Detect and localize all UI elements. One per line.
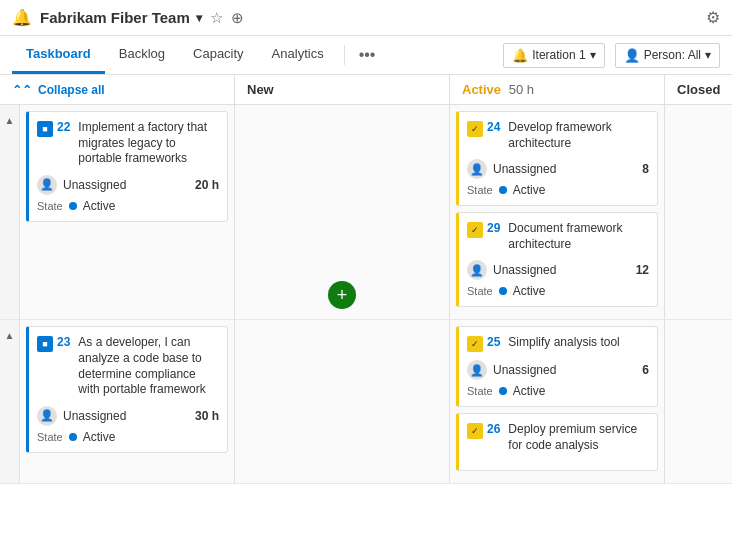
active-cell-2: ✓ 25 Simplify analysis tool 👤 Unassigned… [450, 320, 665, 482]
collapse-all-label[interactable]: Collapse all [38, 83, 105, 97]
state-dot [499, 287, 507, 295]
collapse-icon: ⌃⌃ [12, 83, 32, 97]
story-icon: ■ [37, 336, 53, 352]
assignee-label: Unassigned [493, 263, 556, 277]
card-hours: 30 h [195, 409, 219, 423]
new-cell-2 [235, 320, 450, 482]
toolbar-col: ⌃⌃ Collapse all [0, 75, 235, 104]
task-card-26[interactable]: ✓ 26 Deploy premium service for code ana… [456, 413, 658, 470]
iteration-chevron-icon: ▾ [590, 48, 596, 62]
state-text: Active [513, 384, 546, 398]
iteration-button[interactable]: 🔔 Iteration 1 ▾ [503, 43, 604, 68]
avatar: 👤 [467, 360, 487, 380]
new-cell-1: + [235, 105, 450, 319]
story-icon: ■ [37, 121, 53, 137]
avatar: 👤 [467, 159, 487, 179]
add-card-button-1[interactable]: + [328, 281, 356, 309]
state-label: State [37, 200, 63, 212]
top-bar: 🔔 Fabrikam Fiber Team ▾ ☆ ⊕ ⚙ [0, 0, 732, 36]
closed-cell-1 [665, 105, 732, 319]
card-count: 6 [642, 363, 649, 377]
row-toggle-1[interactable]: ▲ [0, 105, 20, 319]
card-id: 23 [57, 335, 70, 349]
story-card-23[interactable]: ■ 23 As a developer, I can analyze a cod… [26, 326, 228, 452]
card-id: 24 [487, 120, 500, 134]
nav-backlog[interactable]: Backlog [105, 36, 179, 74]
nav-divider [344, 45, 345, 65]
state-label: State [467, 285, 493, 297]
state-text: Active [513, 284, 546, 298]
nav-right: 🔔 Iteration 1 ▾ 👤 Person: All ▾ [503, 43, 720, 68]
assignee-label: Unassigned [493, 363, 556, 377]
person-add-icon[interactable]: ⊕ [231, 9, 244, 27]
team-icon: 🔔 [12, 8, 32, 27]
card-title: Document framework architecture [508, 221, 649, 252]
avatar: 👤 [37, 175, 57, 195]
settings-icon[interactable]: ⚙ [706, 8, 720, 27]
assignee-label: Unassigned [493, 162, 556, 176]
card-count: 12 [636, 263, 649, 277]
state-dot [499, 387, 507, 395]
task-icon: ✓ [467, 336, 483, 352]
card-title: Develop framework architecture [508, 120, 649, 151]
board-row: ▲ ■ 22 Implement a factory that migrates… [0, 105, 732, 320]
state-dot [499, 186, 507, 194]
star-icon[interactable]: ☆ [210, 9, 223, 27]
column-header-new: New [235, 75, 450, 104]
task-icon: ✓ [467, 423, 483, 439]
iteration-icon: 🔔 [512, 48, 528, 63]
task-icon: ✓ [467, 121, 483, 137]
card-title: Deploy premium service for code analysis [508, 422, 649, 453]
avatar: 👤 [37, 406, 57, 426]
board-rows-wrapper: ▲ ■ 22 Implement a factory that migrates… [0, 105, 732, 484]
story-cell-1: ■ 22 Implement a factory that migrates l… [20, 105, 235, 319]
state-text: Active [83, 199, 116, 213]
story-card-22[interactable]: ■ 22 Implement a factory that migrates l… [26, 111, 228, 222]
assignee-label: Unassigned [63, 409, 126, 423]
person-filter-icon: 👤 [624, 48, 640, 63]
state-dot [69, 433, 77, 441]
task-card-25[interactable]: ✓ 25 Simplify analysis tool 👤 Unassigned… [456, 326, 658, 407]
column-header-closed: Closed [665, 75, 732, 104]
column-header-active: Active 50 h [450, 75, 665, 104]
person-chevron-icon: ▾ [705, 48, 711, 62]
state-label: State [467, 184, 493, 196]
board-row-2: ▲ ■ 23 As a developer, I can analyze a c… [0, 320, 732, 483]
task-icon: ✓ [467, 222, 483, 238]
story-cell-2: ■ 23 As a developer, I can analyze a cod… [20, 320, 235, 482]
card-count: 8 [642, 162, 649, 176]
card-id: 29 [487, 221, 500, 235]
state-dot [69, 202, 77, 210]
state-label: State [37, 431, 63, 443]
team-chevron-icon: ▾ [196, 11, 202, 25]
card-id: 22 [57, 120, 70, 134]
card-id: 25 [487, 335, 500, 349]
card-hours: 20 h [195, 178, 219, 192]
state-text: Active [513, 183, 546, 197]
card-title: Simplify analysis tool [508, 335, 619, 351]
avatar: 👤 [467, 260, 487, 280]
team-name[interactable]: Fabrikam Fiber Team ▾ [40, 9, 202, 26]
row-toggle-2[interactable]: ▲ [0, 320, 20, 482]
nav-capacity[interactable]: Capacity [179, 36, 258, 74]
card-id: 26 [487, 422, 500, 436]
top-bar-right: ⚙ [706, 8, 720, 27]
nav-taskboard[interactable]: Taskboard [12, 36, 105, 74]
active-cell-1: ✓ 24 Develop framework architecture 👤 Un… [450, 105, 665, 319]
nav-more-button[interactable]: ••• [351, 36, 384, 74]
state-text: Active [83, 430, 116, 444]
nav-analytics[interactable]: Analytics [258, 36, 338, 74]
assignee-label: Unassigned [63, 178, 126, 192]
person-filter-button[interactable]: 👤 Person: All ▾ [615, 43, 720, 68]
card-title: As a developer, I can analyze a code bas… [78, 335, 219, 397]
column-headers: ⌃⌃ Collapse all New Active 50 h Closed [0, 75, 732, 105]
nav-bar: Taskboard Backlog Capacity Analytics •••… [0, 36, 732, 75]
closed-cell-2 [665, 320, 732, 482]
card-title: Implement a factory that migrates legacy… [78, 120, 219, 167]
task-card-29[interactable]: ✓ 29 Document framework architecture 👤 U… [456, 212, 658, 307]
task-card-24[interactable]: ✓ 24 Develop framework architecture 👤 Un… [456, 111, 658, 206]
state-label: State [467, 385, 493, 397]
